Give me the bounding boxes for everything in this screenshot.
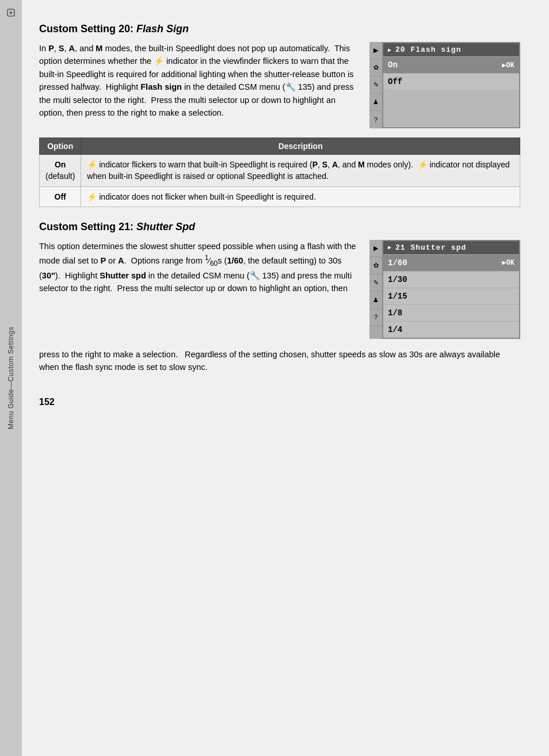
table-cell-desc-on: ⚡ indicator flickers to warn that built-…	[81, 155, 520, 187]
main-content: Custom Setting 20: Flash Sign In P, S, A…	[22, 0, 549, 756]
section1-body: In P, S, A, and M modes, the built-in Sp…	[39, 42, 358, 120]
shutter-spd-side-icons: ▶ ✿ ✎ ♟ ?	[369, 240, 382, 339]
flash-sign-side-icons: ▶ ✿ ✎ ♟ ?	[369, 42, 382, 128]
table-cell-option-on: On(default)	[40, 155, 81, 187]
side-icon-custom: ♟	[369, 94, 382, 111]
shutter-row-1-4[interactable]: 1/4	[383, 321, 519, 338]
shutter-row-1-60[interactable]: 1/60 ▶OK	[383, 254, 519, 271]
side-icon-play2: ▶	[369, 240, 382, 257]
sidebar-icon-top	[5, 7, 17, 18]
section2-title: Custom Setting 21: Shutter Spd	[39, 221, 520, 233]
sidebar-label: Menu Guide—Custom Settings	[7, 327, 15, 429]
flash-sign-screen-header: ▶ 20 Flash sign	[383, 43, 519, 56]
table-col-description: Description	[81, 138, 520, 155]
shutter-spd-screen: ▶ 21 Shutter spd 1/60 ▶OK 1/30 1/15 1/8	[382, 240, 520, 339]
section1-title: Custom Setting 20: Flash Sign	[39, 23, 520, 35]
shutter-row-1-30[interactable]: 1/30	[383, 271, 519, 288]
side-icon-pencil2: ✎	[369, 274, 382, 292]
flash-sign-device: ▶ ✿ ✎ ♟ ? ▶ 20 Flash sign On ▶OK Off	[369, 42, 520, 128]
sidebar: Menu Guide—Custom Settings	[0, 0, 22, 756]
flash-sign-screen: ▶ 20 Flash sign On ▶OK Off	[382, 42, 520, 128]
section2-text-col: This option determines the slowest shutt…	[39, 240, 358, 300]
page-number: 152	[39, 397, 520, 407]
section1-content-row: In P, S, A, and M modes, the built-in Sp…	[39, 42, 520, 128]
section2-body-bottom: press to the right to make a selection. …	[39, 348, 520, 374]
flash-sign-table: Option Description On(default) ⚡ indicat…	[39, 138, 520, 207]
section1-text-col: In P, S, A, and M modes, the built-in Sp…	[39, 42, 358, 124]
side-icon-play: ▶	[369, 42, 382, 59]
shutter-row-1-15[interactable]: 1/15	[383, 288, 519, 304]
table-col-option: Option	[40, 138, 81, 155]
side-icon-question: ?	[369, 111, 382, 128]
table-cell-option-off: Off	[40, 186, 81, 207]
table-row: Off ⚡ indicator does not flicker when bu…	[40, 186, 520, 207]
section2-content-row: This option determines the slowest shutt…	[39, 240, 520, 339]
section2-body-top: This option determines the slowest shutt…	[39, 240, 358, 295]
table-row: On(default) ⚡ indicator flickers to warn…	[40, 155, 520, 187]
shutter-spd-screen-header: ▶ 21 Shutter spd	[383, 241, 519, 254]
side-icon-pencil: ✎	[369, 77, 382, 94]
side-icon-flower2: ✿	[369, 257, 382, 274]
shutter-spd-device: ▶ ✿ ✎ ♟ ? ▶ 21 Shutter spd 1/60 ▶OK 1/30	[369, 240, 520, 339]
side-icon-question2: ?	[369, 309, 382, 326]
table-cell-desc-off: ⚡ indicator does not flicker when built-…	[81, 186, 520, 207]
side-icon-flower: ✿	[369, 59, 382, 77]
side-icon-custom2: ♟	[369, 292, 382, 309]
shutter-row-1-8[interactable]: 1/8	[383, 304, 519, 321]
flash-sign-row-off[interactable]: Off	[383, 73, 519, 90]
flash-sign-row-on[interactable]: On ▶OK	[383, 56, 519, 73]
